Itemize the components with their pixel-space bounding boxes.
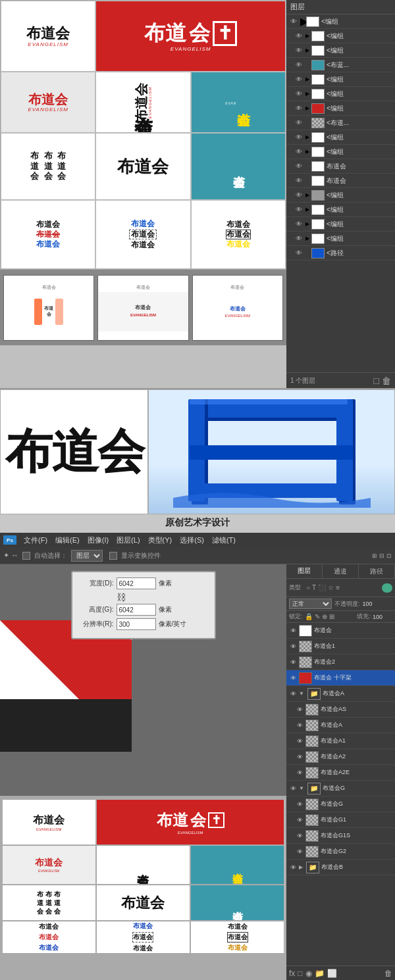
menu-file[interactable]: 文件(F) xyxy=(20,535,51,545)
toolbar-icon-2[interactable]: ⊟ xyxy=(379,552,384,559)
layer-eye[interactable]: 👁 xyxy=(294,104,303,113)
ps-layer-eye[interactable]: 👁 xyxy=(296,816,303,824)
menu-type[interactable]: 类型(Y) xyxy=(145,535,176,545)
ps-layer-group[interactable]: 👁 ▶ 📁 布道会B xyxy=(286,860,395,875)
ps-layer-item[interactable]: 👁 布道会1 xyxy=(286,639,395,654)
layer-eye[interactable]: 👁 xyxy=(294,75,303,84)
ps-layer-eye[interactable]: 👁 xyxy=(289,690,297,698)
ps-layer-item[interactable]: 👁 布道会 xyxy=(286,623,395,639)
lock-icon-3[interactable]: ⊕ xyxy=(322,613,327,620)
layer-select[interactable]: 图层 xyxy=(71,550,103,562)
type-icon-2[interactable]: T xyxy=(312,584,316,591)
layer-eye[interactable]: 👁 xyxy=(294,162,303,171)
ps-layer-item-selected[interactable]: 👁 布道会 十字架 xyxy=(286,670,395,686)
ps-layer-eye[interactable]: 👁 xyxy=(289,864,297,871)
type-icon-3[interactable]: ⬛ xyxy=(318,584,326,591)
layer-eye[interactable]: 👁 xyxy=(294,46,303,55)
layer-eye[interactable]: 👁 xyxy=(294,249,303,258)
layer-item[interactable]: 👁 布道会 xyxy=(286,159,395,174)
ps-layer-item[interactable]: 👁 布道会G1S xyxy=(286,828,395,844)
layer-item[interactable]: 👁 ▶ <编组 xyxy=(286,232,395,246)
layer-eye[interactable]: 👁 xyxy=(294,234,303,243)
layer-item[interactable]: 👁 ▶ <编组 xyxy=(286,188,395,203)
layer-eye[interactable]: 👁 xyxy=(294,147,303,157)
layer-eye[interactable]: 👁 xyxy=(294,89,303,99)
transform-checkbox[interactable] xyxy=(109,552,117,560)
ps-layer-group[interactable]: 👁 ▼ 📁 布道会G xyxy=(286,781,395,796)
layer-item[interactable]: 👁 ▶ <编组 xyxy=(286,72,395,87)
ps-layer-eye[interactable]: 👁 xyxy=(289,643,297,650)
width-input[interactable] xyxy=(117,577,156,589)
type-icon-1[interactable]: ○ xyxy=(306,584,310,591)
blend-mode-select[interactable]: 正常 xyxy=(289,599,332,609)
ps-layer-eye[interactable]: 👁 xyxy=(289,674,297,682)
layer-eye[interactable]: 👁 xyxy=(294,205,303,214)
add-style-btn[interactable]: fx xyxy=(289,969,295,978)
ps-layer-item[interactable]: 👁 布道会A2 xyxy=(286,749,395,765)
layer-item[interactable]: 👁 ▶ <编组 xyxy=(286,217,395,232)
layer-item[interactable]: 👁 ▶ <编组 xyxy=(286,87,395,101)
ps-layer-item[interactable]: 👁 布道会A2E xyxy=(286,765,395,781)
ps-layer-item[interactable]: 👁 布道会G1 xyxy=(286,812,395,828)
height-input[interactable] xyxy=(117,604,156,616)
ps-layer-item[interactable]: 👁 布道会G2 xyxy=(286,844,395,860)
layer-item[interactable]: 👁 ▶ <编组 xyxy=(286,145,395,159)
menu-edit[interactable]: 编辑(E) xyxy=(52,535,83,545)
layer-eye[interactable]: 👁 xyxy=(294,191,303,200)
layer-item[interactable]: 👁 <布蓝... xyxy=(286,58,395,72)
ps-layer-eye[interactable]: 👁 xyxy=(296,832,303,840)
add-adjustment-btn[interactable]: ◉ xyxy=(305,969,312,978)
layer-eye[interactable]: 👁 xyxy=(294,176,303,185)
type-filter-toggle[interactable] xyxy=(382,583,392,593)
layer-item[interactable]: 👁 ▶ <编组 xyxy=(286,130,395,145)
resolution-input[interactable] xyxy=(117,618,156,630)
layer-eye[interactable]: 👁 xyxy=(289,17,298,26)
ps-layer-eye[interactable]: 👁 xyxy=(296,848,303,856)
ps-layer-item[interactable]: 👁 布道会2 xyxy=(286,654,395,670)
layer-item[interactable]: 👁 ▶ <编组 xyxy=(286,29,395,43)
layer-item[interactable]: 👁 ▶ <编组 xyxy=(286,101,395,116)
ps-layer-eye[interactable]: 👁 xyxy=(289,785,297,793)
ps-layer-eye[interactable]: 👁 xyxy=(296,753,303,761)
new-layer-btn[interactable]: ⬜ xyxy=(327,969,337,978)
add-group-btn[interactable]: 📁 xyxy=(315,969,325,978)
ps-layer-eye[interactable]: 👁 xyxy=(296,706,303,714)
new-layer-btn[interactable]: □ xyxy=(374,376,379,386)
tab-channels[interactable]: 通道 xyxy=(323,564,359,578)
layer-item[interactable]: 👁 布道会 xyxy=(286,174,395,188)
toolbar-icon-1[interactable]: ⊞ xyxy=(372,552,377,559)
ps-layer-eye[interactable]: 👁 xyxy=(296,722,303,729)
ps-layer-item[interactable]: 👁 布道会A1 xyxy=(286,733,395,749)
ps-layer-item[interactable]: 👁 布道会G xyxy=(286,796,395,812)
tab-layers[interactable]: 图层 xyxy=(286,564,323,578)
menu-image[interactable]: 图像(I) xyxy=(84,535,112,545)
type-icon-5[interactable]: ≡ xyxy=(336,584,340,591)
add-mask-btn[interactable]: □ xyxy=(298,969,302,978)
layer-eye[interactable]: 👁 xyxy=(294,133,303,142)
layer-eye[interactable]: 👁 xyxy=(294,118,303,128)
layer-eye[interactable]: 👁 xyxy=(294,32,303,41)
menu-filter[interactable]: 滤镜(T) xyxy=(209,535,239,545)
toolbar-icon-3[interactable]: ⊡ xyxy=(386,552,392,559)
ps-layer-item[interactable]: 👁 布道会A xyxy=(286,718,395,733)
ps-layer-eye[interactable]: 👁 xyxy=(296,800,303,808)
layer-item[interactable]: 👁 ▶ <编组 xyxy=(286,203,395,217)
delete-layer-btn[interactable]: 🗑 xyxy=(384,969,392,978)
ps-layer-item[interactable]: 👁 布道会AS xyxy=(286,702,395,718)
lock-icon-2[interactable]: ✎ xyxy=(315,613,320,620)
layer-item[interactable]: 👁 <路径 xyxy=(286,246,395,260)
menu-layers[interactable]: 图层(L) xyxy=(113,535,143,545)
delete-layer-btn[interactable]: 🗑 xyxy=(382,376,391,386)
tab-paths[interactable]: 路径 xyxy=(359,564,395,578)
layer-eye[interactable]: 👁 xyxy=(294,220,303,229)
menu-select[interactable]: 选择(S) xyxy=(176,535,207,545)
ps-layer-eye[interactable]: 👁 xyxy=(289,627,297,635)
layer-item[interactable]: 👁 <布道... xyxy=(286,116,395,130)
auto-select-checkbox[interactable] xyxy=(22,552,30,560)
layer-item[interactable]: 👁 ▶ <编组 xyxy=(286,14,395,29)
lock-icon-1[interactable]: 🔒 xyxy=(305,613,313,620)
ps-layer-eye[interactable]: 👁 xyxy=(289,658,297,666)
ps-layer-eye[interactable]: 👁 xyxy=(296,769,303,777)
layer-eye[interactable]: 👁 xyxy=(294,61,303,70)
layer-item[interactable]: 👁 ▶ <编组 xyxy=(286,43,395,58)
